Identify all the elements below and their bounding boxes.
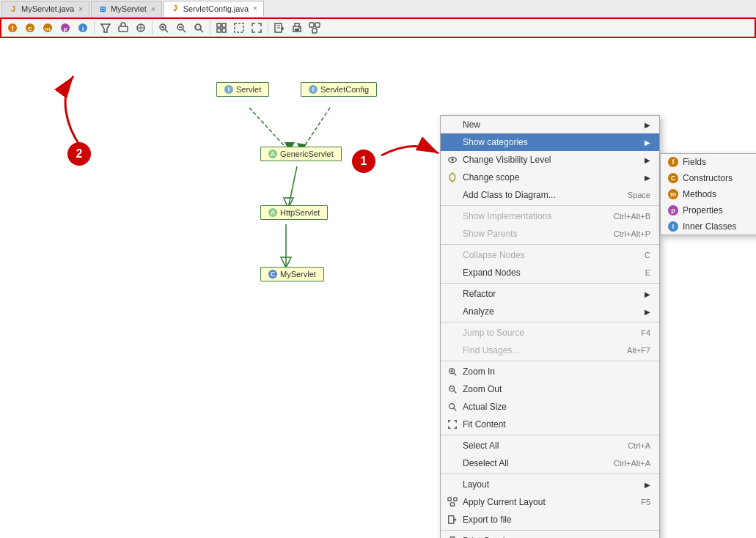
toolbar-btn-1[interactable]: f [4,20,21,36]
menu-item-show-parents: Show Parents Ctrl+Alt+P [441,225,659,243]
tab-servletconfig-java[interactable]: J ServletConfig.java × [164,1,264,17]
toolbar-scope[interactable] [133,20,149,36]
menu-item-zoom-in[interactable]: Zoom In [441,363,659,380]
constructors-icon: C [668,173,678,183]
menu-item-layout[interactable]: Layout ▶ [441,476,659,493]
menu-item-change-visibility[interactable]: Change Visibility Level ▶ [441,151,659,169]
node-servletconfig[interactable]: I ServletConfig [301,82,377,97]
toolbar-select-all[interactable] [213,20,230,36]
node-servlet[interactable]: I Servlet [216,82,269,97]
menu-item-print-graph[interactable]: Print Graph [441,532,659,538]
diagram-arrows [0,38,440,537]
toolbar-deselect[interactable] [231,20,247,36]
svg-rect-40 [312,29,317,33]
tab-close-btn[interactable]: × [151,5,155,13]
toolbar-fit[interactable] [249,20,265,36]
menu-item-select-all[interactable]: Select All Ctrl+A [441,437,659,454]
sep [441,283,659,284]
interface-icon: I [224,85,233,94]
toolbar-export[interactable] [271,20,287,36]
menu-label: Apply Current Layout [463,497,626,507]
svg-line-54 [454,373,457,376]
methods-icon: m [668,189,678,199]
submenu-methods[interactable]: m Methods [661,186,756,202]
toolbar-print[interactable] [289,20,305,36]
menu-item-apply-layout[interactable]: Apply Current Layout F5 [441,493,659,511]
menu-item-add-class[interactable]: Add Class to Diagram... Space [441,186,659,204]
tab-close-btn[interactable]: × [78,5,83,13]
node-myservlet[interactable]: C MyServlet [260,267,324,281]
toolbar-zoom-out[interactable] [173,20,189,36]
tab-myservlet-java[interactable]: J MyServlet.java × [1,1,89,17]
find-usages-icon [447,344,458,356]
svg-marker-48 [281,257,291,268]
sep [441,361,659,361]
submenu-arrow: ▶ [645,481,650,489]
menu-item-analyze[interactable]: Analyze ▶ [441,303,659,320]
toolbar-zoom-in[interactable] [155,20,172,36]
select-all-icon [447,440,458,452]
svg-rect-29 [235,23,243,32]
shortcut-label: Ctrl+Alt+A [614,459,650,468]
parents-icon [447,228,458,240]
node-httpservlet[interactable]: A HttpServlet [260,205,328,220]
node-label: HttpServlet [280,208,320,217]
svg-rect-62 [448,498,451,501]
shortcut-label: F5 [641,498,650,506]
toolbar-btn-2[interactable]: C [22,20,38,36]
menu-label: Zoom In [463,366,650,377]
menu-item-actual-size[interactable]: Actual Size [441,398,659,416]
java-file-icon: J [8,4,18,14]
tab-close-btn[interactable]: × [253,4,257,12]
analyze-icon [447,306,458,317]
menu-item-show-impls: Show Implementations Ctrl+Alt+B [441,207,659,225]
toolbar-filter[interactable] [98,20,114,36]
menu-item-zoom-out[interactable]: Zoom Out [441,380,659,398]
svg-marker-34 [282,26,284,31]
node-genericservlet[interactable]: A GenericServlet [260,147,342,161]
menu-label: Select All [463,441,613,451]
toolbar-btn-3[interactable]: m [40,20,56,36]
actual-size-icon [447,401,458,413]
menu-item-export[interactable]: Export to file [441,511,659,528]
submenu-arrow: ▶ [645,121,650,129]
svg-line-41 [249,108,290,152]
interface-icon: I [309,85,318,94]
svg-rect-25 [217,23,221,27]
menu-item-change-scope[interactable]: Change scope ▶ [441,169,659,186]
menu-label: Find Usages... [463,345,612,355]
collapse-icon [447,249,458,261]
menu-item-refactor[interactable]: Refactor ▶ [441,285,659,303]
toolbar-btn-5[interactable]: I [75,20,91,36]
toolbar-layout[interactable] [307,20,323,36]
menu-label: Collapse Nodes [463,250,630,260]
toolbar-btn-4[interactable]: p [57,20,73,36]
svg-rect-27 [217,29,221,32]
submenu-fields[interactable]: f Fields [661,154,756,170]
abstract-icon: A [268,208,277,217]
menu-item-show-categories[interactable]: Show categories ▶ f Fields C Constructor… [441,133,659,151]
submenu-constructors[interactable]: C Constructors [661,170,756,186]
menu-item-expand[interactable]: Expand Nodes E [441,264,659,281]
sep [441,205,659,206]
submenu-inner-classes[interactable]: I Inner Classes [661,218,756,235]
context-menu: New ▶ Show categories ▶ f Fields C Const… [440,115,660,538]
menu-label: Expand Nodes [463,268,631,278]
svg-rect-28 [222,29,226,32]
menu-item-deselect-all[interactable]: Deselect All Ctrl+Alt+A [441,454,659,472]
menu-item-new[interactable]: New ▶ [441,116,659,133]
new-icon [447,119,458,130]
toolbar-actual-size[interactable]: 1:1 [191,20,207,36]
submenu-properties[interactable]: p Properties [661,202,756,218]
svg-text:m: m [45,26,50,32]
menu-label: Show Parents [463,229,599,239]
shortcut-label: Space [628,191,650,199]
tab-myservlet-class[interactable]: ⊞ MyServlet × [91,1,162,17]
menu-label: Export to file [463,515,650,525]
shortcut-label: Ctrl+Alt+B [614,212,650,221]
shortcut-label: Ctrl+A [628,441,650,450]
svg-text:I: I [82,26,84,32]
toolbar-change-vis[interactable] [115,20,131,36]
toolbar: f C m p I 1:1 [0,18,756,38]
menu-item-fit-content[interactable]: Fit Content [441,416,659,433]
